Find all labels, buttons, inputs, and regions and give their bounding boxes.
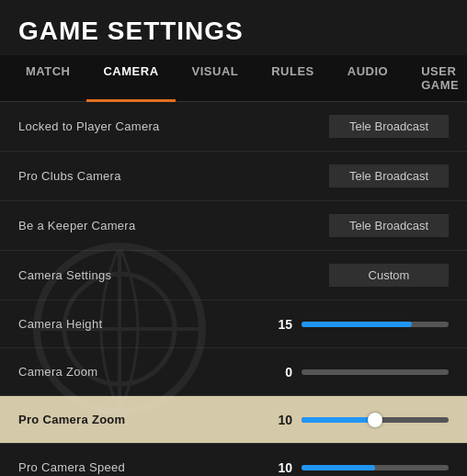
setting-row-pro-camera-speed: Pro Camera Speed10 <box>0 444 467 476</box>
slider-container-camera-zoom: 0 <box>274 365 449 380</box>
slider-container-pro-camera-speed: 10 <box>274 460 449 475</box>
settings-list: Locked to Player CameraTele BroadcastPro… <box>0 102 467 476</box>
tab-audio[interactable]: AUDIO <box>331 55 404 101</box>
slider-track-camera-height[interactable] <box>302 322 449 327</box>
setting-label-locked-to-player-camera: Locked to Player Camera <box>18 119 160 133</box>
setting-value-locked-to-player-camera[interactable]: Tele Broadcast <box>329 115 449 138</box>
setting-row-be-a-keeper-camera: Be a Keeper CameraTele Broadcast <box>0 201 467 251</box>
slider-container-pro-camera-zoom: 10 <box>274 413 449 427</box>
setting-row-camera-height: Camera Height15 <box>0 300 467 348</box>
page-title: GAME SETTINGS <box>0 0 467 55</box>
setting-row-camera-zoom: Camera Zoom0 <box>0 348 467 396</box>
setting-row-camera-settings: Camera SettingsCustom <box>0 251 467 300</box>
setting-label-pro-camera-zoom: Pro Camera Zoom <box>18 413 125 426</box>
slider-fill-pro-camera-speed <box>302 465 375 470</box>
tab-visual[interactable]: VISUAL <box>176 55 256 101</box>
setting-label-camera-height: Camera Height <box>18 317 102 331</box>
slider-container-camera-height: 15 <box>274 317 449 332</box>
setting-label-camera-zoom: Camera Zoom <box>18 365 97 379</box>
setting-value-camera-settings[interactable]: Custom <box>329 264 449 287</box>
tab-camera[interactable]: CAMERA <box>86 55 175 101</box>
slider-number-camera-zoom: 0 <box>274 365 292 380</box>
slider-fill-camera-height <box>302 322 412 327</box>
setting-row-pro-camera-zoom: Pro Camera Zoom10 <box>0 396 467 444</box>
tab-user-game[interactable]: USER GAME <box>404 55 467 101</box>
tabs-nav: MATCHCAMERAVISUALRULESAUDIOUSER GAME <box>0 55 467 102</box>
slider-track-pro-camera-zoom[interactable] <box>302 417 449 423</box>
setting-row-locked-to-player-camera: Locked to Player CameraTele Broadcast <box>0 102 467 152</box>
setting-row-pro-clubs-camera: Pro Clubs CameraTele Broadcast <box>0 152 467 201</box>
setting-value-be-a-keeper-camera[interactable]: Tele Broadcast <box>329 214 449 237</box>
setting-label-camera-settings: Camera Settings <box>18 268 111 282</box>
setting-label-be-a-keeper-camera: Be a Keeper Camera <box>18 219 136 232</box>
slider-track-pro-camera-speed[interactable] <box>302 465 449 470</box>
tab-match[interactable]: MATCH <box>9 55 86 101</box>
slider-number-pro-camera-zoom: 10 <box>274 413 292 427</box>
slider-track-camera-zoom[interactable] <box>302 369 449 375</box>
setting-label-pro-clubs-camera: Pro Clubs Camera <box>18 169 121 183</box>
slider-fill-pro-camera-zoom <box>302 417 375 423</box>
slider-number-camera-height: 15 <box>274 317 292 332</box>
slider-number-pro-camera-speed: 10 <box>274 460 292 475</box>
setting-label-pro-camera-speed: Pro Camera Speed <box>18 460 125 474</box>
tab-rules[interactable]: RULES <box>255 55 331 101</box>
setting-value-pro-clubs-camera[interactable]: Tele Broadcast <box>329 164 449 187</box>
slider-thumb-pro-camera-zoom[interactable] <box>368 413 382 427</box>
